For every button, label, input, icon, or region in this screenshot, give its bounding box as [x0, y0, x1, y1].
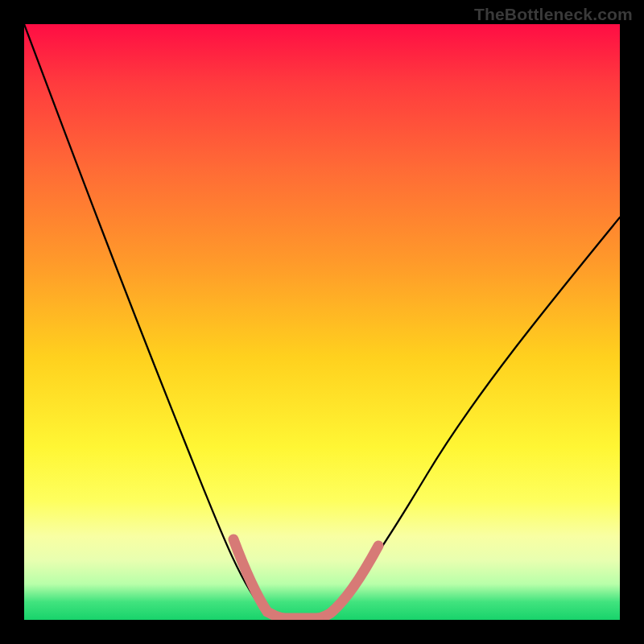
watermark-text: TheBottleneck.com [474, 5, 633, 24]
bottleneck-curve [24, 24, 620, 620]
bottleneck-curve-svg [24, 24, 620, 620]
highlight-right [310, 546, 378, 620]
plot-area [24, 24, 620, 620]
chart-frame: TheBottleneck.com [0, 0, 644, 644]
